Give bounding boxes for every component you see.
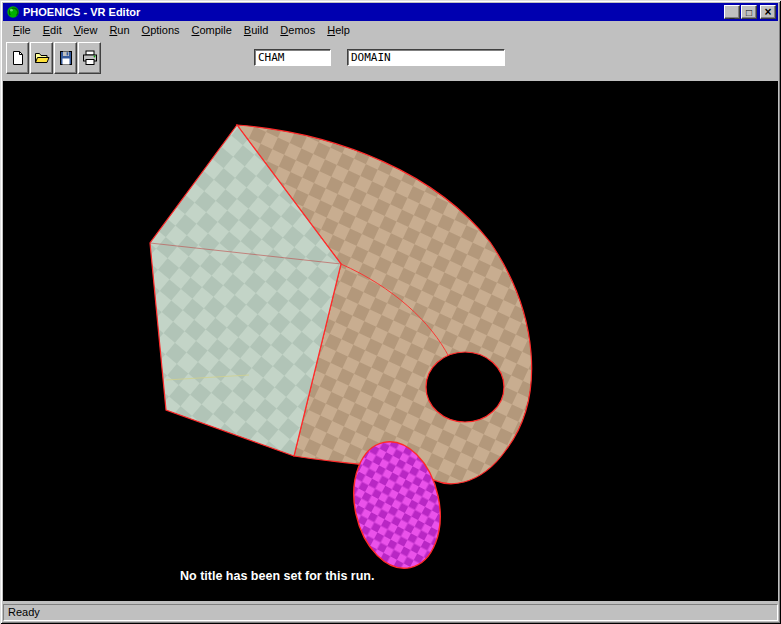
menu-build[interactable]: Build bbox=[238, 22, 274, 39]
save-file-button[interactable] bbox=[54, 42, 77, 74]
statusbar: Ready bbox=[3, 601, 778, 621]
open-folder-icon bbox=[34, 50, 50, 66]
case-name-field[interactable] bbox=[254, 49, 331, 66]
domain-name-field[interactable] bbox=[347, 49, 505, 66]
app-icon[interactable] bbox=[6, 5, 20, 19]
horn-inner-hole bbox=[426, 352, 504, 422]
vr-viewport[interactable]: No title has been set for this run. bbox=[3, 81, 778, 601]
menu-demos[interactable]: Demos bbox=[274, 22, 321, 39]
menu-run[interactable]: Run bbox=[103, 22, 135, 39]
menu-compile[interactable]: Compile bbox=[186, 22, 238, 39]
menubar: File Edit View Run Options Compile Build… bbox=[3, 21, 778, 40]
menu-edit[interactable]: Edit bbox=[37, 22, 68, 39]
maximize-button[interactable]: □ bbox=[741, 5, 757, 19]
titlebar: PHOENICS - VR Editor _ □ × bbox=[3, 3, 778, 21]
printer-icon bbox=[82, 50, 98, 66]
menu-help[interactable]: Help bbox=[321, 22, 356, 39]
close-button[interactable]: × bbox=[760, 5, 776, 19]
window-title: PHOENICS - VR Editor bbox=[23, 3, 723, 21]
run-title-message: No title has been set for this run. bbox=[180, 569, 374, 583]
toolbar bbox=[3, 40, 778, 81]
open-file-button[interactable] bbox=[30, 42, 53, 74]
menu-options[interactable]: Options bbox=[136, 22, 186, 39]
save-floppy-icon bbox=[58, 50, 74, 66]
new-file-icon bbox=[10, 50, 26, 66]
new-file-button[interactable] bbox=[6, 42, 29, 74]
app-window: PHOENICS - VR Editor _ □ × File Edit Vie… bbox=[0, 0, 781, 624]
menu-file[interactable]: File bbox=[7, 22, 37, 39]
minimize-button[interactable]: _ bbox=[724, 5, 740, 19]
menu-view[interactable]: View bbox=[68, 22, 104, 39]
print-button[interactable] bbox=[78, 42, 101, 74]
scene-3d bbox=[3, 81, 778, 601]
window-controls: _ □ × bbox=[723, 5, 776, 19]
status-text: Ready bbox=[3, 604, 778, 621]
